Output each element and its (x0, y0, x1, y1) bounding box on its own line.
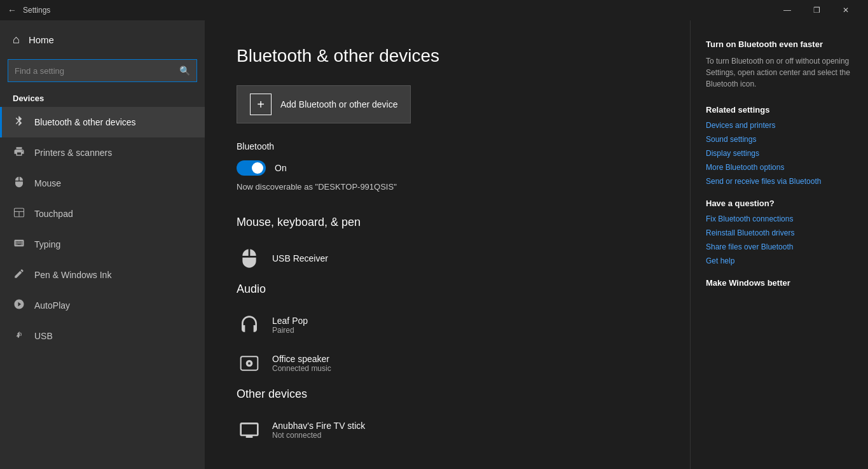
related-link-more-bluetooth[interactable]: More Bluetooth options (706, 163, 853, 172)
page-title: Bluetooth & other devices (237, 46, 658, 66)
audio-section-title: Audio (237, 283, 658, 296)
tv-icon (237, 417, 262, 443)
sidebar-section-label: Devices (0, 85, 205, 107)
sidebar-item-typing-label: Typing (34, 239, 60, 249)
related-link-send-receive[interactable]: Send or receive files via Bluetooth (706, 177, 853, 186)
toggle-thumb (252, 162, 263, 174)
sidebar-item-pen-label: Pen & Windows Ink (34, 270, 111, 280)
back-button[interactable]: ← (8, 5, 17, 15)
discoverable-text: Now discoverable as "DESKTOP-991QSIS" (237, 182, 658, 192)
search-icon: 🔍 (179, 66, 190, 76)
sidebar-item-mouse-label: Mouse (34, 178, 61, 188)
minimize-button[interactable]: — (773, 0, 802, 20)
app-body: ⌂ Home 🔍 Devices Bluetooth & other devic… (0, 20, 868, 469)
usb-icon (13, 329, 25, 343)
toggle-on-label: On (275, 163, 287, 173)
office-speaker-status: Connected music (272, 364, 331, 373)
make-windows-better-title: Make Windows better (706, 278, 853, 288)
question-link-share-files[interactable]: Share files over Bluetooth (706, 242, 853, 251)
device-info-office-speaker: Office speaker Connected music (272, 354, 331, 373)
tip-text: To turn Bluetooth on or off without open… (706, 55, 853, 90)
app-title: Settings (23, 6, 50, 15)
search-container: 🔍 (0, 54, 205, 85)
right-panel: Turn on Bluetooth even faster To turn Bl… (690, 20, 868, 469)
sidebar-item-autoplay[interactable]: AutoPlay (0, 290, 205, 321)
touchpad-icon (13, 207, 25, 221)
sidebar-item-usb-label: USB (34, 331, 53, 341)
device-item-usb-receiver: USB Receiver (237, 239, 658, 277)
sidebar: ⌂ Home 🔍 Devices Bluetooth & other devic… (0, 20, 205, 469)
sidebar-item-touchpad-label: Touchpad (34, 209, 73, 219)
add-device-button[interactable]: + Add Bluetooth or other device (237, 85, 411, 123)
plus-icon: + (250, 94, 272, 115)
sidebar-item-autoplay-label: AutoPlay (34, 300, 70, 311)
device-item-fire-tv: Anubhav's Fire TV stick Not connected (237, 411, 658, 449)
leaf-pop-status: Paired (272, 326, 308, 335)
sidebar-item-printers-label: Printers & scanners (34, 148, 112, 158)
headphone-icon (237, 312, 262, 338)
leaf-pop-name: Leaf Pop (272, 316, 308, 326)
tip-title: Turn on Bluetooth even faster (706, 39, 853, 49)
printer-icon (13, 146, 25, 160)
mouse-section-title: Mouse, keyboard, & pen (237, 216, 658, 229)
related-settings-title: Related settings (706, 105, 853, 115)
office-speaker-name: Office speaker (272, 354, 331, 364)
typing-icon (13, 237, 25, 251)
mouse-icon (13, 176, 25, 190)
related-link-sound[interactable]: Sound settings (706, 135, 853, 144)
autoplay-icon (13, 298, 25, 312)
other-section-title: Other devices (237, 388, 658, 401)
sidebar-item-pen[interactable]: Pen & Windows Ink (0, 260, 205, 290)
related-link-devices-printers[interactable]: Devices and printers (706, 121, 853, 130)
title-bar-controls: — ❒ ✕ (773, 0, 860, 20)
device-info-fire-tv: Anubhav's Fire TV stick Not connected (272, 421, 365, 440)
sidebar-item-printers[interactable]: Printers & scanners (0, 137, 205, 168)
main-content: Bluetooth & other devices + Add Bluetoot… (205, 20, 690, 469)
home-nav-item[interactable]: ⌂ Home (0, 25, 205, 54)
question-link-fix-bluetooth[interactable]: Fix Bluetooth connections (706, 214, 853, 223)
bluetooth-toggle[interactable] (237, 160, 266, 176)
bluetooth-icon (13, 115, 25, 129)
maximize-button[interactable]: ❒ (802, 0, 831, 20)
sidebar-item-typing[interactable]: Typing (0, 229, 205, 260)
home-label: Home (29, 34, 54, 45)
bluetooth-section-label: Bluetooth (237, 141, 658, 151)
question-link-reinstall[interactable]: Reinstall Bluetooth drivers (706, 228, 853, 237)
sidebar-item-bluetooth-label: Bluetooth & other devices (34, 117, 136, 127)
title-bar: ← Settings — ❒ ✕ (0, 0, 868, 20)
device-item-office-speaker: Office speaker Connected music (237, 344, 658, 382)
sidebar-item-bluetooth[interactable]: Bluetooth & other devices (0, 107, 205, 137)
mouse-device-icon (237, 246, 262, 271)
device-info-leaf-pop: Leaf Pop Paired (272, 316, 308, 335)
bluetooth-toggle-row: On (237, 160, 658, 176)
device-info-usb-receiver: USB Receiver (272, 253, 328, 263)
device-name: USB Receiver (272, 253, 328, 263)
sidebar-item-mouse[interactable]: Mouse (0, 168, 205, 199)
home-icon: ⌂ (13, 33, 20, 46)
fire-tv-status: Not connected (272, 431, 365, 440)
sidebar-item-usb[interactable]: USB (0, 321, 205, 351)
search-input[interactable] (15, 66, 174, 76)
sidebar-item-touchpad[interactable]: Touchpad (0, 199, 205, 229)
related-link-display[interactable]: Display settings (706, 149, 853, 158)
speaker-icon (237, 351, 262, 376)
device-item-leaf-pop: Leaf Pop Paired (237, 306, 658, 344)
fire-tv-name: Anubhav's Fire TV stick (272, 421, 365, 431)
title-bar-left: ← Settings (8, 5, 773, 15)
close-button[interactable]: ✕ (831, 0, 860, 20)
add-device-label: Add Bluetooth or other device (280, 99, 397, 109)
search-box: 🔍 (8, 59, 197, 82)
svg-point-5 (248, 362, 251, 365)
have-a-question-title: Have a question? (706, 199, 853, 208)
pen-icon (13, 268, 25, 282)
question-link-get-help[interactable]: Get help (706, 256, 853, 265)
